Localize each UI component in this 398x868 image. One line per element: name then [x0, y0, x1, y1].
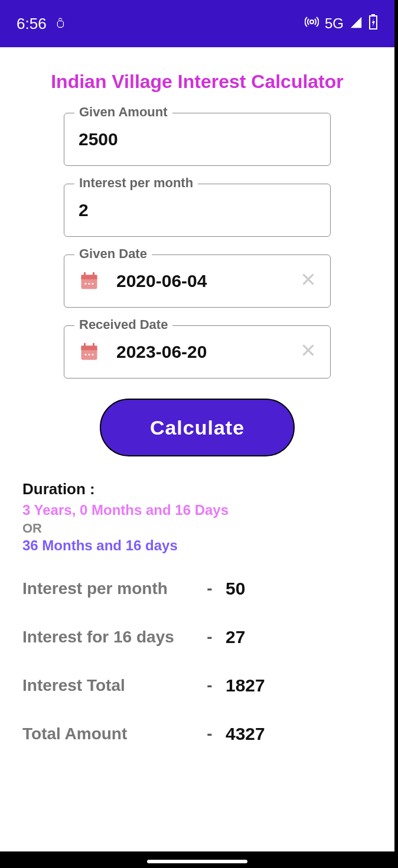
clear-received-date-icon[interactable]	[301, 342, 316, 362]
network-label: 5G	[325, 15, 344, 32]
status-bar: 6:56 ꄱ 5G	[0, 0, 394, 47]
received-date-value[interactable]: 2023-06-20	[116, 342, 284, 362]
svg-point-0	[310, 20, 314, 24]
result-label: Interest Total	[22, 676, 194, 695]
interest-field: Interest per month	[64, 184, 331, 237]
hotspot-icon	[305, 15, 319, 33]
svg-rect-5	[84, 272, 86, 277]
svg-point-14	[85, 354, 87, 355]
received-date-field: Received Date 2023-06-20	[64, 325, 331, 378]
home-indicator[interactable]	[147, 860, 247, 863]
result-row: Interest for 16 days - 27	[22, 627, 372, 647]
nav-bar	[0, 851, 394, 868]
given-amount-label: Given Amount	[74, 105, 172, 120]
calendar-icon[interactable]	[79, 341, 100, 363]
calculate-button[interactable]: Calculate	[100, 399, 295, 456]
given-date-value[interactable]: 2020-06-04	[116, 271, 284, 291]
page-title: Indian Village Interest Calculator	[22, 71, 372, 93]
svg-rect-13	[93, 343, 94, 348]
given-amount-input[interactable]	[79, 129, 316, 149]
svg-point-9	[92, 283, 94, 285]
battery-icon	[368, 14, 378, 34]
result-value: 50	[226, 579, 245, 599]
result-value: 27	[226, 627, 245, 647]
result-dash: -	[194, 579, 226, 598]
result-label: Total Amount	[22, 725, 194, 743]
svg-point-7	[85, 283, 87, 285]
result-value: 1827	[226, 676, 265, 696]
received-date-label: Received Date	[74, 317, 172, 332]
duration-label: Duration :	[22, 480, 372, 498]
clear-given-date-icon[interactable]	[301, 271, 316, 291]
svg-point-15	[89, 354, 90, 355]
svg-point-16	[92, 354, 94, 355]
result-row: Total Amount - 4327	[22, 724, 372, 744]
duration-md: 36 Months and 16 days	[22, 537, 372, 554]
given-date-label: Given Date	[74, 246, 152, 262]
given-date-field: Given Date 2020-06-04	[64, 254, 331, 308]
result-dash: -	[194, 725, 226, 743]
status-time: 6:56	[17, 15, 47, 33]
screen-edge	[394, 0, 398, 868]
svg-point-8	[89, 283, 90, 285]
signal-icon	[350, 15, 363, 33]
svg-rect-6	[93, 272, 94, 277]
interest-input[interactable]	[79, 200, 316, 220]
status-app-icon: ꄱ	[55, 17, 67, 31]
calendar-icon[interactable]	[79, 270, 100, 292]
svg-rect-11	[81, 346, 97, 351]
result-label: Interest for 16 days	[22, 628, 194, 647]
duration-or: OR	[22, 521, 372, 536]
given-amount-field: Given Amount	[64, 113, 331, 166]
result-row: Interest Total - 1827	[22, 676, 372, 696]
result-value: 4327	[226, 724, 265, 744]
result-label: Interest per month	[22, 579, 194, 598]
results-section: Duration : 3 Years, 0 Months and 16 Days…	[22, 480, 372, 744]
result-dash: -	[194, 628, 226, 647]
result-row: Interest per month - 50	[22, 579, 372, 599]
svg-rect-12	[84, 343, 86, 348]
result-dash: -	[194, 676, 226, 695]
app-screen: 6:56 ꄱ 5G Indian Village Interest Calcul…	[0, 0, 394, 868]
svg-rect-4	[81, 275, 97, 280]
duration-ymd: 3 Years, 0 Months and 16 Days	[22, 502, 372, 518]
interest-label: Interest per month	[74, 175, 198, 191]
